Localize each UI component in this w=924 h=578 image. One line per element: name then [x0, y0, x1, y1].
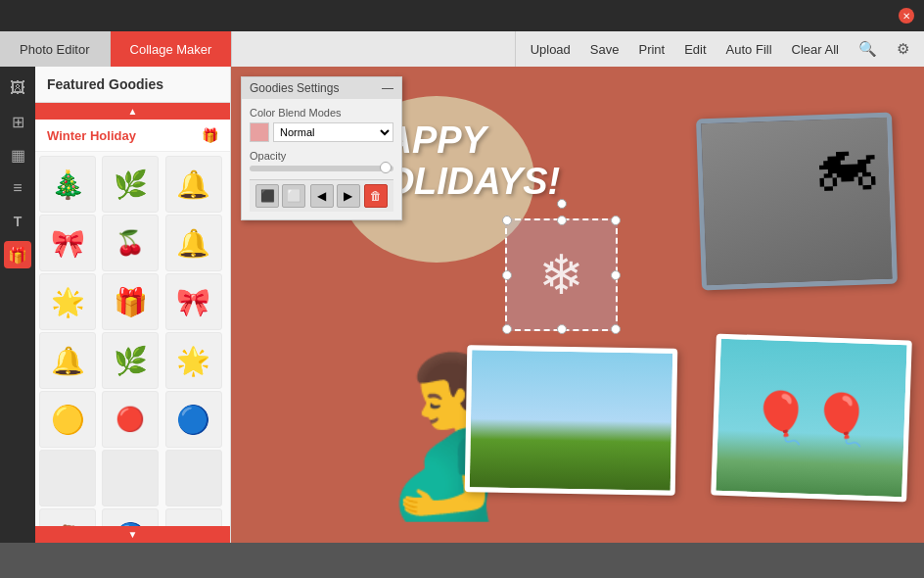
handle-ml[interactable]: [502, 270, 512, 280]
goodie-item-13[interactable]: 🟡: [39, 391, 96, 448]
sidebar-text-icon[interactable]: T: [4, 208, 31, 235]
snowflake-element[interactable]: [505, 218, 618, 331]
delete-button[interactable]: 🗑: [364, 184, 388, 208]
edit-button[interactable]: Edit: [684, 42, 706, 57]
goodie-item-11[interactable]: 🌿: [102, 332, 159, 389]
category-label: Winter Holiday: [47, 128, 136, 143]
goodie-item-17[interactable]: [102, 450, 159, 506]
goodies-panel: Featured Goodies ▲ Winter Holiday 🎁 🎄 🌿 …: [35, 67, 231, 543]
search-icon[interactable]: 🔍: [858, 40, 877, 58]
motorcycle-art: 🏍: [701, 118, 893, 286]
goodie-item-21[interactable]: 🦋: [165, 508, 222, 526]
goodie-item-20[interactable]: 🔵: [102, 508, 159, 526]
upload-button[interactable]: Upload: [531, 42, 571, 57]
goodie-item-3[interactable]: 🔔: [165, 156, 222, 213]
layer-up-button[interactable]: ⬜: [282, 184, 305, 208]
layer-down-button[interactable]: ⬛: [255, 184, 279, 208]
goodie-item-14[interactable]: 🔴: [102, 391, 159, 448]
tab-bar: Photo Editor Collage Maker Upload Save P…: [0, 31, 924, 67]
goodie-item-4[interactable]: 🎀: [39, 215, 96, 271]
sidebar-cells-icon[interactable]: ▦: [4, 141, 31, 169]
opacity-slider[interactable]: [250, 166, 393, 171]
handle-tr[interactable]: [611, 216, 621, 225]
balloons-art: 🎈🎈: [716, 339, 906, 498]
trees-art: [470, 350, 672, 491]
blend-row: Normal Multiply Screen Overlay: [250, 122, 393, 142]
goodie-item-7[interactable]: 🌟: [39, 273, 96, 330]
goodie-item-16[interactable]: [39, 450, 96, 506]
gift-icon: 🎁: [202, 127, 218, 143]
goodie-item-10[interactable]: 🔔: [39, 332, 96, 389]
goodie-item-12[interactable]: 🌟: [165, 332, 222, 389]
handle-bl[interactable]: [502, 324, 512, 334]
photo-frame-balloons[interactable]: 🎈🎈: [711, 334, 912, 503]
rotate-handle[interactable]: [557, 199, 567, 209]
goodie-item-18[interactable]: [165, 450, 222, 506]
settings-title: Goodies Settings: [250, 81, 339, 95]
goodie-item-15[interactable]: 🔵: [165, 391, 222, 448]
photo-motorcycle-inner: 🏍: [701, 118, 893, 286]
flip-h-button[interactable]: ◀: [310, 184, 334, 208]
canvas-area[interactable]: Goodies Settings — Color Blend Modes Nor…: [231, 67, 924, 543]
photo-frame-trees[interactable]: [465, 345, 678, 496]
settings-header: Goodies Settings —: [242, 77, 401, 99]
goodie-item-19[interactable]: 🧸: [39, 508, 96, 526]
print-button[interactable]: Print: [638, 42, 665, 57]
handle-tm[interactable]: [557, 216, 567, 225]
save-button[interactable]: Save: [590, 42, 620, 57]
toolbar: Upload Save Print Edit Auto Fill Clear A…: [515, 31, 924, 67]
handle-br[interactable]: [611, 324, 621, 334]
sidebar-goodies-icon[interactable]: 🎁: [4, 241, 31, 268]
tab-photo-editor-label: Photo Editor: [20, 42, 90, 57]
goodie-item-6[interactable]: 🔔: [165, 215, 222, 271]
goodies-settings-panel: Goodies Settings — Color Blend Modes Nor…: [241, 76, 402, 220]
goodies-header: Featured Goodies: [35, 67, 230, 103]
photo-frame-motorcycle[interactable]: 🏍: [696, 113, 898, 291]
settings-minimize-icon[interactable]: —: [382, 81, 393, 95]
handle-bm[interactable]: [557, 324, 567, 334]
settings-icon[interactable]: ⚙: [897, 40, 909, 58]
goodies-grid: 🎄 🌿 🔔 🎀 🍒 🔔 🌟 🎁 🎀 🔔 🌿 🌟 🟡 🔴 🔵 🧸: [35, 152, 230, 526]
goodies-title: Featured Goodies: [47, 76, 163, 92]
goodies-category: Winter Holiday 🎁: [35, 120, 230, 152]
goodie-item-5[interactable]: 🍒: [102, 215, 159, 271]
clearall-button[interactable]: Clear All: [792, 42, 839, 57]
tab-collage-maker[interactable]: Collage Maker: [111, 31, 233, 67]
opacity-label: Opacity: [250, 150, 393, 162]
color-swatch[interactable]: [250, 122, 269, 142]
goodie-item-9[interactable]: 🎀: [165, 273, 222, 330]
blend-modes-label: Color Blend Modes: [250, 107, 393, 119]
goodie-item-8[interactable]: 🎁: [102, 273, 159, 330]
autofill-button[interactable]: Auto Fill: [726, 42, 772, 57]
settings-toolbar: ⬛ ⬜ ◀ ▶ 🗑: [250, 179, 393, 212]
sidebar-image-icon[interactable]: 🖼: [4, 74, 31, 102]
goodie-item-2[interactable]: 🌿: [102, 156, 159, 213]
collage-canvas: Goodies Settings — Color Blend Modes Nor…: [231, 67, 924, 543]
scroll-down-arrow[interactable]: ▼: [35, 526, 230, 543]
sidebar-grid-icon[interactable]: ⊞: [4, 108, 31, 135]
tab-photo-editor[interactable]: Photo Editor: [0, 31, 111, 67]
close-button[interactable]: ✕: [899, 8, 914, 24]
title-bar: ✕: [0, 0, 924, 31]
handle-mr[interactable]: [611, 270, 621, 280]
left-sidebar: 🖼 ⊞ ▦ ≡ T 🎁: [0, 67, 35, 543]
sidebar-adjust-icon[interactable]: ≡: [4, 174, 31, 202]
goodie-item-1[interactable]: 🎄: [39, 156, 96, 213]
blend-mode-select[interactable]: Normal Multiply Screen Overlay: [273, 122, 393, 142]
scroll-up-arrow[interactable]: ▲: [35, 103, 230, 120]
handle-tl[interactable]: [502, 216, 512, 225]
flip-v-button[interactable]: ▶: [337, 184, 360, 208]
main-layout: 🖼 ⊞ ▦ ≡ T 🎁 Featured Goodies ▲ Winter Ho…: [0, 67, 924, 543]
tab-collage-maker-label: Collage Maker: [130, 42, 212, 57]
photo-balloons-inner: 🎈🎈: [716, 339, 906, 498]
settings-body: Color Blend Modes Normal Multiply Screen…: [242, 99, 401, 219]
photo-trees-inner: [470, 350, 672, 491]
opacity-thumb[interactable]: [380, 162, 392, 173]
